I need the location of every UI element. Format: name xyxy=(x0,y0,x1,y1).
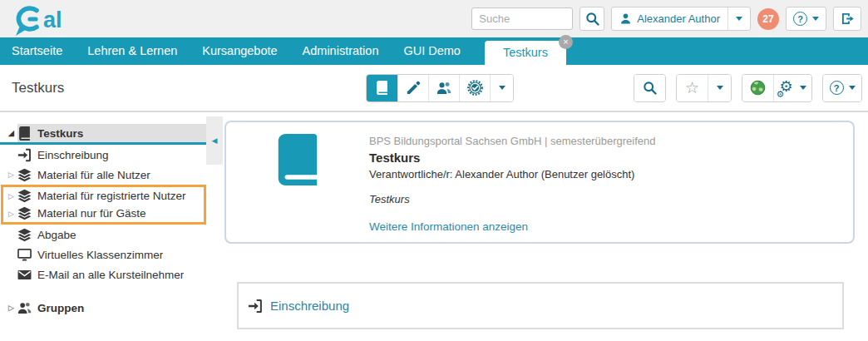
view-mode-button-group xyxy=(366,74,514,102)
course-info-card: BPS Bildungsportal Sachsen GmbH | semest… xyxy=(224,121,855,244)
nav-item-gui-demo[interactable]: GUI Demo xyxy=(391,37,473,65)
course-description: Testkurs xyxy=(369,193,655,205)
display-icon xyxy=(17,248,32,262)
layers-icon xyxy=(17,168,32,182)
tree-item-gruppen[interactable]: ▷ Gruppen xyxy=(0,298,206,318)
collapse-left-icon: ◀ xyxy=(212,136,218,145)
course-meta: BPS Bildungsportal Sachsen GmbH | semest… xyxy=(369,135,655,147)
course-main-panel: ◀ BPS Bildungsportal Sachsen GmbH | seme… xyxy=(206,112,868,341)
tree-item-label: Einschreibung xyxy=(37,149,109,161)
nav-item-administration[interactable]: Administration xyxy=(290,37,392,65)
user-menu: Alexander Author xyxy=(611,7,751,31)
nav-item-kursangebote[interactable]: Kursangebote xyxy=(190,37,289,65)
search-button[interactable] xyxy=(579,7,604,31)
tree-spacer xyxy=(0,284,206,298)
user-name: Alexander Author xyxy=(637,12,720,25)
book-icon xyxy=(272,133,323,186)
caret-down-icon xyxy=(800,86,806,90)
header-actions: Alexander Author 27 ? xyxy=(471,7,861,31)
book-icon xyxy=(375,81,389,95)
globe-icon xyxy=(750,80,766,96)
highlight-annotation-box: ▷ Material für registrierte Nutzer ▷ Mat… xyxy=(1,185,206,225)
view-mode-more-button[interactable] xyxy=(490,75,513,101)
user-menu-caret-button[interactable] xyxy=(727,7,750,30)
tab-close-icon[interactable]: × xyxy=(559,35,573,49)
logout-icon xyxy=(841,12,855,26)
page-title: Testkurs xyxy=(12,80,64,96)
gears-icon: ⚙ ⚙ xyxy=(780,79,800,97)
tree-item-email-kursteilnehmer[interactable]: E-Mail an alle Kursteilnehmer xyxy=(0,264,206,284)
tree-collapse-icon[interactable]: ◢ xyxy=(5,129,17,137)
course-toolbar: Testkurs ☆ xyxy=(0,65,868,112)
sign-in-icon xyxy=(17,148,32,162)
course-help-button[interactable]: ? xyxy=(823,75,861,101)
help-tool-group: ? xyxy=(822,74,862,102)
tree-expand-icon[interactable]: ▷ xyxy=(5,210,17,218)
svg-text:al: al xyxy=(43,7,62,32)
course-tree-sidebar: ◢ Testkurs Einschreibung ▷ Material für … xyxy=(0,112,206,341)
book-icon xyxy=(17,126,32,141)
help-menu-button[interactable]: ? xyxy=(786,7,826,31)
settings-tool-group: ⚙ ⚙ xyxy=(742,74,812,102)
tree-item-einschreibung[interactable]: Einschreibung xyxy=(0,145,206,165)
envelope-icon xyxy=(17,268,32,282)
layers-icon xyxy=(17,206,32,220)
help-icon: ? xyxy=(793,12,807,26)
tree-item-material-nur-gaeste[interactable]: ▷ Material nur für Gäste xyxy=(3,205,204,222)
caret-down-icon xyxy=(499,86,506,90)
edit-course-button[interactable] xyxy=(397,75,428,101)
bookmark-button[interactable]: ☆ xyxy=(677,75,708,101)
layers-icon xyxy=(17,189,32,203)
tab-label: Testkurs xyxy=(503,46,548,59)
language-button[interactable] xyxy=(742,75,773,101)
enrollment-box[interactable]: Einschreibung xyxy=(237,282,844,329)
course-icon-zone xyxy=(226,122,369,242)
course-action-tools: ☆ ⚙ ⚙ ? xyxy=(634,74,862,102)
search-tool-group xyxy=(634,74,666,102)
members-button[interactable] xyxy=(428,75,459,101)
tree-item-material-alle-nutzer[interactable]: ▷ Material für alle Nutzer xyxy=(0,165,206,185)
tree-item-label: Virtuelles Klassenzimmer xyxy=(37,249,163,261)
nav-item-startseite[interactable]: Startseite xyxy=(0,37,75,65)
main-navigation: Startseite Lehren & Lernen Kursangebote … xyxy=(0,37,868,65)
tree-item-label: E-Mail an alle Kursteilnehmer xyxy=(37,269,184,281)
sidebar-collapse-handle[interactable]: ◀ xyxy=(206,116,223,165)
tree-item-label: Abgabe xyxy=(37,229,76,241)
tree-expand-icon[interactable]: ▷ xyxy=(5,170,17,179)
course-responsible: Verantwortliche/r: Alexander Author (Ben… xyxy=(369,168,655,180)
assessment-button[interactable] xyxy=(459,75,490,101)
course-view-button[interactable] xyxy=(367,75,397,101)
caret-down-icon xyxy=(736,17,742,21)
notification-badge[interactable]: 27 xyxy=(757,8,779,30)
nav-item-lehren-lernen[interactable]: Lehren & Lernen xyxy=(75,37,190,65)
pencil-icon xyxy=(407,81,421,95)
view-mode-tools xyxy=(366,74,514,102)
sign-in-icon xyxy=(248,299,263,314)
tree-item-label: Material für alle Nutzer xyxy=(37,169,150,181)
tree-item-testkurs[interactable]: ◢ Testkurs xyxy=(0,124,206,145)
tree-item-abgabe[interactable]: Abgabe xyxy=(0,225,206,245)
tree-expand-icon[interactable]: ▷ xyxy=(5,192,17,200)
tab-testkurs[interactable]: Testkurs × xyxy=(485,41,566,72)
star-icon: ☆ xyxy=(685,80,699,96)
search-input[interactable] xyxy=(471,7,573,30)
users-icon xyxy=(17,301,32,315)
logout-button[interactable] xyxy=(833,7,861,31)
tree-item-material-registrierte-nutzer[interactable]: ▷ Material für registrierte Nutzer xyxy=(3,187,204,205)
settings-button[interactable]: ⚙ ⚙ xyxy=(773,75,811,101)
enrollment-link[interactable]: Einschreibung xyxy=(270,299,349,313)
help-icon: ? xyxy=(830,81,844,95)
tree-item-virtuelles-klassenzimmer[interactable]: Virtuelles Klassenzimmer xyxy=(0,245,206,264)
tree-expand-icon[interactable]: ▷ xyxy=(5,304,17,312)
caret-down-icon xyxy=(812,17,819,21)
user-menu-button[interactable]: Alexander Author xyxy=(612,7,727,30)
bookmark-tool-group: ☆ xyxy=(676,74,732,102)
more-info-link[interactable]: Weitere Informationen anzeigen xyxy=(369,220,528,233)
caret-down-icon xyxy=(717,86,723,90)
tree-item-label: Gruppen xyxy=(37,302,84,314)
course-search-button[interactable] xyxy=(634,75,665,101)
tree-item-label: Testkurs xyxy=(37,127,83,140)
bookmark-more-button[interactable] xyxy=(708,75,731,101)
layers-icon xyxy=(17,228,32,242)
opal-logo[interactable]: al xyxy=(8,2,88,37)
